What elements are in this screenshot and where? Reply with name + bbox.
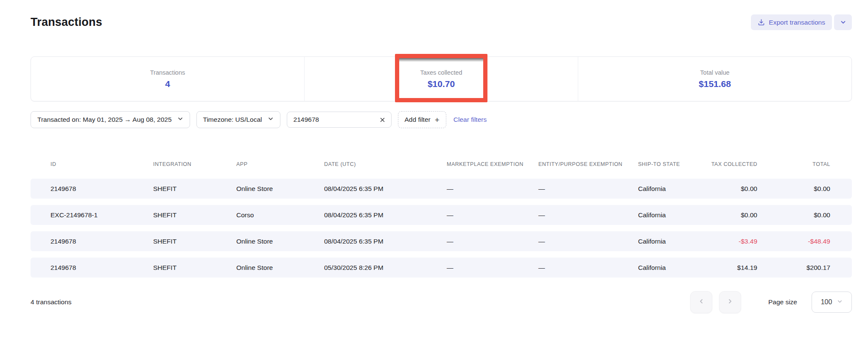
- cell-ship-to-state: California: [638, 264, 702, 272]
- cell-app: Online Store: [236, 185, 324, 193]
- table-header-row: ID INTEGRATION APP DATE (UTC) MARKETPLAC…: [31, 160, 852, 168]
- export-transactions-button[interactable]: Export transactions: [751, 14, 832, 30]
- timezone-filter[interactable]: Timezone: US/Local: [196, 111, 280, 128]
- cell-marketplace-exemption: —: [447, 211, 538, 219]
- cell-tax-collected: $14.19: [702, 264, 757, 272]
- page-size-select[interactable]: 100: [812, 292, 852, 313]
- cell-total: -$48.49: [757, 238, 830, 245]
- table-footer: 4 transactions Page size 100: [31, 291, 852, 313]
- table-row[interactable]: EXC-2149678-1 SHEFIT Corso 08/04/2025 6:…: [31, 205, 852, 225]
- transactions-page: Transactions Export transactions: [0, 0, 868, 359]
- add-filter-button[interactable]: Add filter +: [398, 111, 446, 128]
- cell-integration: SHEFIT: [153, 238, 236, 245]
- pagination-controls: Page size 100: [690, 291, 852, 313]
- cell-id: 2149678: [50, 264, 153, 272]
- add-filter-label: Add filter: [405, 116, 431, 123]
- plus-icon: +: [435, 116, 440, 124]
- cell-ship-to-state: California: [638, 185, 702, 193]
- cell-integration: SHEFIT: [153, 264, 236, 272]
- column-header-ship-to-state: SHIP-TO STATE: [638, 160, 702, 168]
- column-header-app: APP: [236, 160, 324, 168]
- cell-entity-exemption: —: [538, 264, 638, 272]
- cell-app: Online Store: [236, 264, 324, 272]
- cell-tax-collected: -$3.49: [702, 238, 757, 245]
- cell-ship-to-state: California: [638, 238, 702, 245]
- cell-date: 08/04/2025 6:35 PM: [324, 185, 447, 193]
- chevron-right-icon: [727, 298, 733, 306]
- cell-date: 08/04/2025 6:35 PM: [324, 238, 447, 245]
- table-row[interactable]: 2149678 SHEFIT Online Store 08/04/2025 6…: [31, 231, 852, 251]
- stat-total-value: Total value $151.68: [578, 57, 851, 101]
- export-options-dropdown-button[interactable]: [834, 14, 852, 30]
- cell-total: $0.00: [757, 211, 830, 219]
- cell-tax-collected: $0.00: [702, 185, 757, 193]
- date-range-filter[interactable]: Transacted on: May 01, 2025 → Aug 08, 20…: [31, 111, 190, 128]
- column-header-id: ID: [50, 160, 153, 168]
- cell-tax-collected: $0.00: [702, 211, 757, 219]
- clear-filters-link[interactable]: Clear filters: [454, 116, 487, 123]
- column-header-entity-purpose-exemption: ENTITY/PURPOSE EXEMPTION: [538, 160, 638, 168]
- export-transactions-label: Export transactions: [769, 19, 825, 26]
- chevron-left-icon: [698, 298, 704, 306]
- cell-integration: SHEFIT: [153, 185, 236, 193]
- page-title: Transactions: [31, 16, 102, 29]
- topbar: Transactions Export transactions: [0, 0, 868, 30]
- chevron-down-icon: [837, 298, 843, 306]
- date-range-filter-label: Transacted on: May 01, 2025 → Aug 08, 20…: [37, 116, 172, 123]
- stat-transactions: Transactions 4: [31, 57, 304, 101]
- stat-taxes-collected-value: $10.70: [428, 79, 455, 89]
- cell-total: $200.17: [757, 264, 830, 272]
- timezone-filter-label: Timezone: US/Local: [203, 116, 262, 123]
- cell-marketplace-exemption: —: [447, 264, 538, 272]
- stats-summary-card: Transactions 4 Taxes collected $10.70 To…: [31, 56, 852, 101]
- stat-total-value-label: Total value: [700, 69, 729, 76]
- download-icon: [758, 19, 765, 26]
- cell-id: 2149678: [50, 185, 153, 193]
- transactions-table: ID INTEGRATION APP DATE (UTC) MARKETPLAC…: [31, 160, 852, 278]
- column-header-integration: INTEGRATION: [153, 160, 236, 168]
- search-filter: [287, 112, 392, 128]
- column-header-date: DATE (UTC): [324, 160, 447, 168]
- export-button-group: Export transactions: [751, 14, 852, 30]
- column-header-marketplace-exemption: MARKETPLACE EXEMPTION: [447, 160, 538, 168]
- page-size-value: 100: [821, 298, 832, 306]
- cell-entity-exemption: —: [538, 185, 638, 193]
- cell-total: $0.00: [757, 185, 830, 193]
- stat-transactions-label: Transactions: [150, 69, 185, 76]
- table-row[interactable]: 2149678 SHEFIT Online Store 05/30/2025 8…: [31, 258, 852, 278]
- stat-taxes-collected-label: Taxes collected: [420, 69, 462, 76]
- cell-app: Corso: [236, 211, 324, 219]
- table-row[interactable]: 2149678 SHEFIT Online Store 08/04/2025 6…: [31, 179, 852, 199]
- cell-date: 08/04/2025 6:35 PM: [324, 211, 447, 219]
- cell-ship-to-state: California: [638, 211, 702, 219]
- previous-page-button[interactable]: [690, 291, 712, 313]
- filters-bar: Transacted on: May 01, 2025 → Aug 08, 20…: [31, 111, 852, 128]
- cell-date: 05/30/2025 8:26 PM: [324, 264, 447, 272]
- cell-entity-exemption: —: [538, 238, 638, 245]
- stat-taxes-collected: Taxes collected $10.70: [304, 57, 578, 101]
- transaction-count: 4 transactions: [31, 298, 72, 306]
- cell-marketplace-exemption: —: [447, 185, 538, 193]
- cell-app: Online Store: [236, 238, 324, 245]
- chevron-down-icon: [177, 116, 183, 123]
- clear-search-icon[interactable]: [379, 117, 386, 123]
- cell-integration: SHEFIT: [153, 211, 236, 219]
- cell-id: EXC-2149678-1: [50, 211, 153, 219]
- stat-total-value-value: $151.68: [699, 79, 731, 89]
- next-page-button[interactable]: [719, 291, 741, 313]
- column-header-total: TOTAL: [757, 160, 830, 168]
- chevron-down-icon: [840, 19, 846, 25]
- column-header-tax-collected: TAX COLLECTED: [702, 160, 757, 168]
- cell-marketplace-exemption: —: [447, 238, 538, 245]
- stat-transactions-value: 4: [165, 79, 170, 89]
- page-size-label: Page size: [768, 298, 797, 306]
- cell-id: 2149678: [50, 238, 153, 245]
- chevron-down-icon: [268, 116, 274, 123]
- search-input[interactable]: [293, 115, 371, 124]
- cell-entity-exemption: —: [538, 211, 638, 219]
